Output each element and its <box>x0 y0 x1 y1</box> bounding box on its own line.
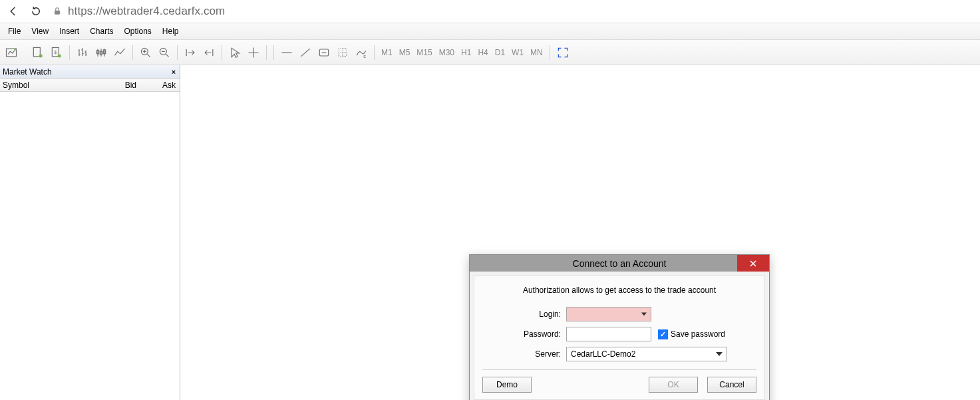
save-password-checkbox[interactable]: ✓ Save password <box>658 329 725 339</box>
timeframe-d1[interactable]: D1 <box>492 44 508 61</box>
toolbar-separator <box>222 45 222 60</box>
text-label-icon[interactable] <box>315 44 333 61</box>
menu-help[interactable]: Help <box>157 24 184 39</box>
zoom-in-icon[interactable] <box>137 44 154 61</box>
svg-rect-0 <box>55 11 60 15</box>
dialog-title: Connect to an Account <box>470 258 769 269</box>
timeframe-mn[interactable]: MN <box>528 44 546 61</box>
connect-account-dialog: Connect to an Account Authorization allo… <box>469 254 770 400</box>
demo-button[interactable]: Demo <box>482 377 532 393</box>
save-password-label: Save password <box>671 329 725 339</box>
market-watch-panel: Market Watch × Symbol Bid Ask <box>0 65 180 400</box>
indicators-icon[interactable]: E <box>353 44 370 61</box>
cursor-icon[interactable] <box>226 44 244 61</box>
checkbox-checked-icon: ✓ <box>658 329 668 339</box>
menu-bar: File View Insert Charts Options Help <box>0 23 980 40</box>
trend-line-icon[interactable] <box>297 44 314 61</box>
zoom-out-icon[interactable] <box>156 44 173 61</box>
market-watch-header: Symbol Bid Ask <box>0 79 180 92</box>
svg-rect-3 <box>33 47 40 56</box>
back-button[interactable] <box>4 2 23 21</box>
column-bid[interactable]: Bid <box>96 81 143 90</box>
new-order-icon[interactable] <box>29 44 47 61</box>
toolbar-separator <box>374 45 375 60</box>
password-label: Password: <box>482 329 566 339</box>
svg-text:E: E <box>363 54 366 58</box>
shift-end-icon[interactable] <box>200 44 218 61</box>
main-toolbar: $ E M1 M5 M15 M30 H1 H4 D1 W1 MN <box>0 40 980 65</box>
column-ask[interactable]: Ask <box>143 81 180 90</box>
scroll-end-icon[interactable] <box>182 44 199 61</box>
market-watch-title: Market Watch <box>3 67 52 77</box>
svg-point-2 <box>14 48 16 50</box>
toolbar-separator <box>132 45 133 60</box>
toolbar-separator <box>550 45 550 60</box>
lock-icon <box>51 5 64 18</box>
timeframe-h4[interactable]: H4 <box>475 44 490 61</box>
timeframe-w1[interactable]: W1 <box>509 44 526 61</box>
dialog-separator <box>482 369 756 370</box>
candlestick-chart-icon[interactable] <box>92 44 110 61</box>
fullscreen-icon[interactable] <box>554 44 572 61</box>
url-text[interactable]: https://webtrader4.cedarfx.com <box>68 5 225 18</box>
chevron-down-icon <box>716 352 723 356</box>
svg-point-7 <box>58 54 61 57</box>
market-watch-titlebar: Market Watch × <box>0 65 180 79</box>
server-value: CedarLLC-Demo2 <box>571 349 635 359</box>
svg-text:$: $ <box>54 49 57 54</box>
toolbar-separator <box>69 45 70 60</box>
column-symbol[interactable]: Symbol <box>0 81 96 90</box>
dialog-description: Authorization allows to get access to th… <box>482 286 756 295</box>
toolbar-separator <box>273 45 274 60</box>
server-label: Server: <box>482 349 566 359</box>
menu-insert[interactable]: Insert <box>54 24 84 39</box>
new-chart-icon[interactable] <box>3 44 20 61</box>
timeframe-m30[interactable]: M30 <box>436 44 457 61</box>
bar-chart-icon[interactable] <box>74 44 91 61</box>
ok-button[interactable]: OK <box>649 377 698 393</box>
browser-address-bar: https://webtrader4.cedarfx.com <box>0 0 980 23</box>
timeframe-m1[interactable]: M1 <box>379 44 395 61</box>
timeframe-m5[interactable]: M5 <box>397 44 413 61</box>
server-select[interactable]: CedarLLC-Demo2 <box>566 347 727 361</box>
toolbar-separator <box>266 45 267 60</box>
grid-icon[interactable] <box>334 44 351 61</box>
timeframe-m15[interactable]: M15 <box>414 44 434 61</box>
menu-options[interactable]: Options <box>119 24 157 39</box>
dialog-close-button[interactable] <box>737 255 769 272</box>
svg-point-4 <box>39 54 43 57</box>
toolbar-separator <box>177 45 178 60</box>
chevron-down-icon <box>641 313 647 316</box>
menu-charts[interactable]: Charts <box>84 24 118 39</box>
menu-view[interactable]: View <box>26 24 54 39</box>
order-dollar-icon[interactable]: $ <box>48 44 65 61</box>
market-watch-close-icon[interactable]: × <box>169 67 178 77</box>
login-input[interactable] <box>566 307 651 321</box>
menu-file[interactable]: File <box>3 24 26 39</box>
dialog-titlebar[interactable]: Connect to an Account <box>470 255 769 272</box>
password-input[interactable] <box>566 327 651 341</box>
login-label: Login: <box>482 309 566 319</box>
horizontal-line-icon[interactable] <box>278 44 295 61</box>
dialog-body: Authorization allows to get access to th… <box>474 276 765 400</box>
cancel-button[interactable]: Cancel <box>707 377 756 393</box>
timeframe-h1[interactable]: H1 <box>458 44 474 61</box>
reload-button[interactable] <box>27 2 45 21</box>
line-chart-icon[interactable] <box>111 44 128 61</box>
dialog-button-row: Demo OK Cancel <box>482 377 756 393</box>
crosshair-icon[interactable] <box>245 44 262 61</box>
